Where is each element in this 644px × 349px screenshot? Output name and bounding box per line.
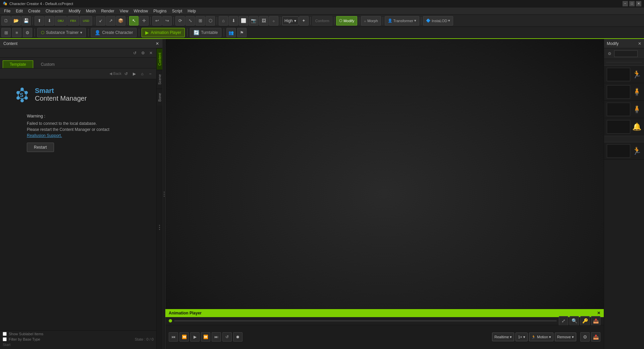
menu-edit[interactable]: Edit (13, 8, 25, 14)
maximize-button[interactable]: □ (629, 1, 635, 6)
reallusion-support-link[interactable]: Reallusion Support. (27, 133, 62, 138)
scm-close-btn[interactable]: − (147, 70, 154, 77)
custom-tab[interactable]: Custom (34, 60, 62, 68)
conform-btn[interactable]: Conform (312, 16, 332, 26)
modify-card-5[interactable]: 🏃 (604, 142, 644, 160)
substance-trainer-button[interactable]: ⬡ Substance Trainer ▾ (37, 28, 86, 37)
modify-card-3[interactable]: 🧍 (604, 101, 644, 118)
timeline-key-btn[interactable]: 🔑 (580, 316, 590, 326)
motion-dropdown[interactable]: 🏃 Motion ▾ (529, 333, 553, 341)
menu-window[interactable]: Window (131, 8, 151, 14)
anim-rewind-btn[interactable]: ⏮ (169, 332, 178, 342)
menu-help[interactable]: Help (185, 8, 199, 14)
redo-button[interactable]: ↪ (162, 16, 172, 26)
realtime-dropdown[interactable]: Realtime ▾ (492, 333, 514, 341)
menu-character[interactable]: Character (43, 8, 66, 14)
undo-button[interactable]: ↩ (152, 16, 162, 26)
scale-button[interactable]: ⤡ (185, 16, 195, 26)
anim-timeline[interactable]: ⤢ 🔍 🔑 📤 (165, 317, 604, 325)
template-out-button[interactable]: ↗ (106, 16, 115, 26)
camera-button[interactable]: 📷 (249, 16, 258, 26)
open-button[interactable]: 📂 (11, 16, 21, 26)
new-button[interactable]: 🗋 (1, 16, 11, 26)
fbx-button[interactable]: FBX (67, 16, 79, 26)
menu-file[interactable]: File (1, 8, 13, 14)
menu-view[interactable]: View (117, 8, 131, 14)
remove-dropdown[interactable]: Remove ▾ (555, 333, 576, 341)
select-button[interactable]: ↖ (129, 16, 139, 26)
project-button[interactable]: 📦 (116, 16, 125, 26)
back-btn-small[interactable]: ◀ Back (109, 71, 121, 76)
list-view-button[interactable]: ≡ (12, 28, 21, 37)
modify-settings-icon[interactable]: ⚙ (606, 50, 613, 57)
template-in-button[interactable]: ↙ (96, 16, 105, 26)
vtab-scene[interactable]: Scene (157, 70, 162, 89)
screenshot-button[interactable]: 🖼 (259, 16, 268, 26)
flag-button[interactable]: ⚑ (237, 28, 247, 37)
anim-player-close-btn[interactable]: ✕ (597, 311, 600, 315)
anim-settings-btn[interactable]: ⚙ (580, 332, 590, 342)
light-button[interactable]: ✦ (299, 16, 309, 26)
create-character-button[interactable]: 👤 Create Character (91, 28, 137, 37)
content-close2[interactable]: ✕ (148, 50, 154, 56)
modify-card-1[interactable]: 🏃 (604, 66, 644, 83)
modify-card-2[interactable]: 🧍 (604, 83, 644, 101)
timeline-export-btn[interactable]: 📤 (591, 316, 600, 326)
menu-modify[interactable]: Modify (66, 8, 83, 14)
multi-char-button[interactable]: 👥 (226, 28, 236, 37)
animation-player-button[interactable]: ▶ Animation Player (142, 28, 185, 37)
content-close-button[interactable]: ✕ (156, 41, 159, 46)
menu-plugins[interactable]: Plugins (151, 8, 169, 14)
import-button[interactable]: ⬆ (35, 16, 44, 26)
frame-button[interactable]: ⬜ (239, 16, 248, 26)
show-sublabel-checkbox[interactable] (3, 332, 7, 336)
menu-render[interactable]: Render (98, 8, 117, 14)
scm-fwd-btn[interactable]: ▶ (131, 70, 138, 77)
vtab-bone[interactable]: Bone (157, 89, 162, 106)
vtab-content[interactable]: Content (157, 48, 162, 70)
move-button[interactable]: ✛ (139, 16, 149, 26)
filter-by-base-checkbox[interactable] (3, 337, 7, 341)
render2-button[interactable]: ⬦ (269, 16, 278, 26)
viewport-3d[interactable] (165, 39, 604, 309)
restart-button[interactable]: Restart (27, 143, 54, 152)
scm-refresh-btn[interactable]: ↺ (123, 70, 129, 77)
panel-resize-handle[interactable] (163, 39, 165, 349)
template-tab[interactable]: Template (3, 60, 33, 68)
anim-step-fwd-btn[interactable]: ⏩ (201, 332, 210, 342)
usd-button[interactable]: USD (80, 16, 92, 26)
anim-record-btn[interactable]: ⏺ (233, 332, 243, 342)
transform-button[interactable]: ⊞ (196, 16, 205, 26)
anim-loop-btn[interactable]: ↺ (222, 332, 232, 342)
grid-view-button[interactable]: ⊞ (1, 28, 11, 37)
turntable-button[interactable]: 🔄 Turntable (190, 28, 221, 37)
settings-button[interactable]: ⚙ (140, 50, 146, 56)
morph-btn[interactable]: ⬦ Morph (361, 16, 381, 26)
export-button[interactable]: ⬇ (45, 16, 54, 26)
home-view-button[interactable]: ⌂ (219, 16, 228, 26)
title-bar-controls[interactable]: − □ ✕ (623, 1, 641, 6)
timeline-zoom-btn[interactable]: 🔍 (570, 316, 579, 326)
menu-mesh[interactable]: Mesh (83, 8, 98, 14)
settings2-button[interactable]: ⚙ (23, 28, 32, 37)
menu-script[interactable]: Script (169, 8, 185, 14)
save-button[interactable]: 💾 (21, 16, 31, 26)
obj-button[interactable]: OBJ (55, 16, 67, 26)
modify-close-btn[interactable]: ✕ (638, 41, 641, 46)
scm-home-btn[interactable]: ⌂ (139, 70, 146, 77)
snap-button[interactable]: ⬡ (206, 16, 215, 26)
anim-play-btn[interactable]: ▶ (190, 332, 200, 342)
modify-card-4[interactable]: 🔔 (604, 118, 644, 136)
speed-dropdown[interactable]: 1× ▾ (516, 333, 528, 341)
anim-step-back-btn[interactable]: ⏪ (179, 332, 189, 342)
minimize-button[interactable]: − (623, 1, 628, 6)
close-button[interactable]: ✕ (636, 1, 641, 6)
menu-create[interactable]: Create (25, 8, 43, 14)
refresh-button[interactable]: ↺ (131, 50, 138, 56)
rotate-reset-button[interactable]: ⟳ (175, 16, 185, 26)
instalod-btn[interactable]: 🔷 InstaLOD ▾ (423, 16, 453, 26)
modify-btn[interactable]: ⬡ Modify (336, 16, 357, 26)
modify-color-bar[interactable] (614, 50, 638, 57)
quality-dropdown[interactable]: High ▾ (282, 16, 299, 25)
anim-export-btn[interactable]: 📤 (591, 332, 600, 342)
